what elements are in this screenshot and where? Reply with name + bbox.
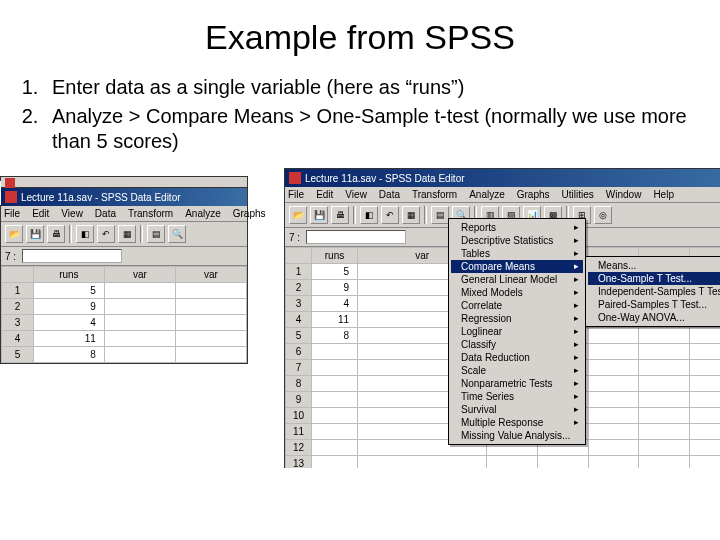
row-header[interactable]: 13	[286, 456, 312, 469]
row-header[interactable]: 1	[2, 283, 34, 299]
toolbar-button[interactable]: ▦	[402, 206, 420, 224]
menu-item-general-linear-model[interactable]: General Linear Model	[451, 273, 583, 286]
data-cell[interactable]	[312, 440, 358, 456]
toolbar-open-icon[interactable]: 📂	[289, 206, 307, 224]
toolbar-undo-icon[interactable]: ↶	[97, 225, 115, 243]
column-header-var[interactable]: var	[104, 267, 175, 283]
row-header[interactable]: 3	[286, 296, 312, 312]
menu-graphs[interactable]: Graphs	[516, 189, 551, 200]
menu-analyze[interactable]: Analyze	[468, 189, 506, 200]
data-cell[interactable]: 11	[33, 331, 104, 347]
title-bar[interactable]: Lecture 11a.sav - SPSS Data Editor	[1, 188, 247, 206]
row-header[interactable]: 4	[2, 331, 34, 347]
row-header[interactable]: 10	[286, 408, 312, 424]
toolbar-print-icon[interactable]: 🖶	[47, 225, 65, 243]
submenu-item-one-way-anova-[interactable]: One-Way ANOVA...	[588, 311, 720, 324]
data-cell[interactable]	[312, 424, 358, 440]
data-cell[interactable]: 4	[312, 296, 358, 312]
toolbar-print-icon[interactable]: 🖶	[331, 206, 349, 224]
data-grid[interactable]: runs var var 15 29 34 411 58	[1, 266, 247, 363]
row-header[interactable]: 2	[2, 299, 34, 315]
title-bar[interactable]: Lecture 11a.sav - SPSS Data Editor	[285, 169, 720, 187]
data-cell[interactable]	[312, 360, 358, 376]
menu-file[interactable]: File	[287, 189, 305, 200]
toolbar-button[interactable]: ▦	[118, 225, 136, 243]
data-cell[interactable]: 8	[33, 347, 104, 363]
submenu-item-means-[interactable]: Means...	[588, 259, 720, 272]
cell-value-input[interactable]	[22, 249, 122, 263]
submenu-item-one-sample-t-test-[interactable]: One-Sample T Test...	[588, 272, 720, 285]
toolbar-open-icon[interactable]: 📂	[5, 225, 23, 243]
row-header[interactable]: 7	[286, 360, 312, 376]
compare-means-submenu[interactable]: Means...One-Sample T Test...Independent-…	[585, 256, 720, 327]
data-cell[interactable]: 5	[312, 264, 358, 280]
submenu-item-paired-samples-t-test-[interactable]: Paired-Samples T Test...	[588, 298, 720, 311]
menu-file[interactable]: File	[3, 208, 21, 219]
menu-graphs[interactable]: Graphs	[232, 208, 267, 219]
data-cell[interactable]	[312, 392, 358, 408]
cell-value-input[interactable]	[306, 230, 406, 244]
menu-view[interactable]: View	[344, 189, 368, 200]
row-header[interactable]: 5	[286, 328, 312, 344]
menu-help[interactable]: Help	[652, 189, 675, 200]
menu-item-descriptive-statistics[interactable]: Descriptive Statistics	[451, 234, 583, 247]
menu-item-compare-means[interactable]: Compare Means	[451, 260, 583, 273]
row-header[interactable]: 3	[2, 315, 34, 331]
row-header[interactable]: 1	[286, 264, 312, 280]
menu-item-classify[interactable]: Classify	[451, 338, 583, 351]
toolbar-save-icon[interactable]: 💾	[26, 225, 44, 243]
toolbar-undo-icon[interactable]: ↶	[381, 206, 399, 224]
menu-item-nonparametric-tests[interactable]: Nonparametric Tests	[451, 377, 583, 390]
menu-window[interactable]: Window	[605, 189, 643, 200]
toolbar-button[interactable]: ◧	[76, 225, 94, 243]
row-header[interactable]: 2	[286, 280, 312, 296]
menu-item-survival[interactable]: Survival	[451, 403, 583, 416]
data-cell[interactable]	[312, 408, 358, 424]
menu-transform[interactable]: Transform	[127, 208, 174, 219]
menu-transform[interactable]: Transform	[411, 189, 458, 200]
data-cell[interactable]: 9	[312, 280, 358, 296]
data-cell[interactable]: 11	[312, 312, 358, 328]
menu-item-regression[interactable]: Regression	[451, 312, 583, 325]
toolbar-button[interactable]: ◎	[594, 206, 612, 224]
row-header[interactable]: 5	[2, 347, 34, 363]
column-header-var[interactable]: var	[175, 267, 246, 283]
menu-item-loglinear[interactable]: Loglinear	[451, 325, 583, 338]
menu-edit[interactable]: Edit	[31, 208, 50, 219]
submenu-item-independent-samples-t-test-[interactable]: Independent-Samples T Test...	[588, 285, 720, 298]
data-cell[interactable]	[312, 376, 358, 392]
menu-item-tables[interactable]: Tables	[451, 247, 583, 260]
menu-data[interactable]: Data	[378, 189, 401, 200]
data-cell[interactable]: 9	[33, 299, 104, 315]
analyze-menu-dropdown[interactable]: ReportsDescriptive StatisticsTablesCompa…	[448, 218, 586, 445]
menu-utilities[interactable]: Utilities	[561, 189, 595, 200]
row-header[interactable]: 8	[286, 376, 312, 392]
toolbar-find-icon[interactable]: 🔍	[168, 225, 186, 243]
menu-item-data-reduction[interactable]: Data Reduction	[451, 351, 583, 364]
column-header-runs[interactable]: runs	[33, 267, 104, 283]
menu-item-time-series[interactable]: Time Series	[451, 390, 583, 403]
toolbar-button[interactable]: ▤	[431, 206, 449, 224]
menu-data[interactable]: Data	[94, 208, 117, 219]
row-header[interactable]: 6	[286, 344, 312, 360]
menu-item-missing-value-analysis-[interactable]: Missing Value Analysis...	[451, 429, 583, 442]
data-cell[interactable]: 4	[33, 315, 104, 331]
toolbar-button[interactable]: ◧	[360, 206, 378, 224]
menu-item-correlate[interactable]: Correlate	[451, 299, 583, 312]
column-header-runs[interactable]: runs	[312, 248, 358, 264]
row-header[interactable]: 11	[286, 424, 312, 440]
data-cell[interactable]: 8	[312, 328, 358, 344]
menu-analyze[interactable]: Analyze	[184, 208, 222, 219]
row-header[interactable]: 9	[286, 392, 312, 408]
menu-edit[interactable]: Edit	[315, 189, 334, 200]
row-header[interactable]: 12	[286, 440, 312, 456]
row-header[interactable]: 4	[286, 312, 312, 328]
toolbar-save-icon[interactable]: 💾	[310, 206, 328, 224]
menu-item-mixed-models[interactable]: Mixed Models	[451, 286, 583, 299]
data-cell[interactable]	[312, 344, 358, 360]
data-cell[interactable]: 5	[33, 283, 104, 299]
toolbar-button[interactable]: ▤	[147, 225, 165, 243]
menu-item-multiple-response[interactable]: Multiple Response	[451, 416, 583, 429]
menu-view[interactable]: View	[60, 208, 84, 219]
menu-item-scale[interactable]: Scale	[451, 364, 583, 377]
